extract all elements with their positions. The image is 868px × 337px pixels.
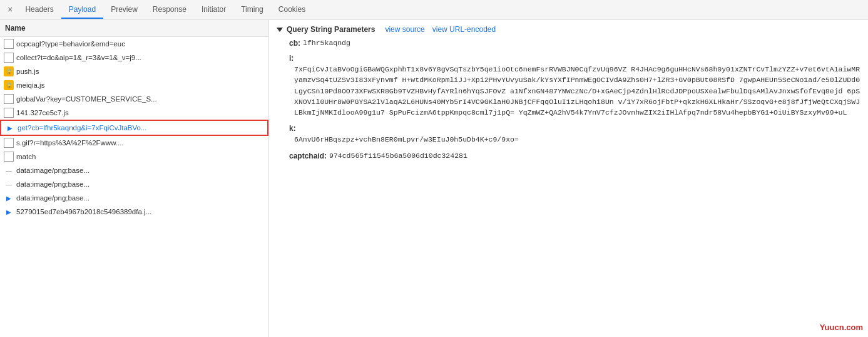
file-name: get?cb=lfhr5kaqndg&i=7xFqiCvJtaBVo... [18,124,147,132]
list-item[interactable]: ▶ data:image/png;base... [0,191,268,205]
tab-headers[interactable]: Headers [18,1,61,19]
network-icon: ▶ [4,207,14,217]
collapse-triangle-icon[interactable] [277,28,283,32]
tab-timing[interactable]: Timing [233,1,271,19]
param-key-k: k: [289,124,860,133]
main-content: Name ocpcagl?type=behavior&emd=euc colle… [0,20,868,337]
file-panel: Name ocpcagl?type=behavior&emd=euc colle… [0,20,269,337]
query-string-parameters-title: Query String Parameters [287,25,375,34]
param-value-cb: lfhr5kaqndg [303,39,350,48]
list-item-selected[interactable]: ▶ get?cb=lfhr5kaqndg&i=7xFqiCvJtaBVo... [0,120,268,136]
list-item[interactable]: ocpcagl?type=behavior&emd=euc [0,37,268,51]
param-value-i: 7xFqiCvJtaBVoOgiGBaWQGxphhT1x8v6Y8gVSqTs… [294,64,860,118]
file-name: meiqia.js [16,81,44,89]
param-cb: cb: lfhr5kaqndg [289,39,860,48]
lock-icon: 🔒 [4,66,14,76]
arrow-right-icon: ▶ [5,123,15,133]
checkbox-icon [4,152,14,162]
query-header: Query String Parameters view source view… [277,25,860,34]
checkbox-icon [4,39,14,49]
watermark: Yuucn.com [820,323,863,332]
file-name: data:image/png;base... [16,180,89,188]
tab-bar: × Headers Payload Preview Response Initi… [0,0,868,20]
list-item[interactable]: 🔒 meiqia.js [0,78,268,92]
list-item[interactable]: 141.327ce5c7.js [0,106,268,120]
list-item[interactable]: globalVar?key=CUSTOMER_SERVICE_S... [0,92,268,106]
list-item[interactable]: collect?t=dc&aip=1&_r=3&v=1&_v=j9... [0,51,268,65]
tab-response[interactable]: Response [145,1,194,19]
param-key-i: i: [289,54,860,63]
tab-preview[interactable]: Preview [103,1,145,19]
file-name: collect?t=dc&aip=1&_r=3&v=1&_v=j9... [16,54,141,61]
param-value-captchaid: 974cd565f11545b6a5006d10dc324281 [329,152,467,160]
file-name: data:image/png;base... [16,194,89,202]
file-name: match [16,153,36,160]
file-name: ocpcagl?type=behavior&emd=euc [16,40,125,48]
list-item[interactable]: 🔒 push.js [0,65,268,78]
param-i: i: 7xFqiCvJtaBVoOgiGBaWQGxphhT1x8v6Y8gVS… [289,54,860,118]
file-name: 5279015ed7eb4967b2018c5496389dfa.j... [16,208,151,215]
tab-payload[interactable]: Payload [61,1,103,19]
checkbox-icon [4,94,14,104]
file-name: push.js [16,68,39,75]
dash-icon: — [4,165,14,175]
checkbox-icon [4,53,14,63]
list-item[interactable]: s.gif?r=https%3A%2F%2Fwww.... [0,136,268,150]
arrow-right-icon: ▶ [4,193,14,203]
file-list[interactable]: ocpcagl?type=behavior&emd=euc collect?t=… [0,37,268,337]
checkbox-icon [4,108,14,118]
dash-icon: — [4,179,14,189]
list-item[interactable]: — data:image/png;base... [0,163,268,177]
view-source-link[interactable]: view source [385,25,424,34]
view-url-encoded-link[interactable]: view URL-encoded [432,25,496,34]
file-name: globalVar?key=CUSTOMER_SERVICE_S... [16,95,157,103]
param-k: k: 6AnvU6rHBqszpz+vchBn8ER0mLpvr/w3EIuJ0… [289,124,860,145]
tab-initiator[interactable]: Initiator [194,1,233,19]
close-icon[interactable]: × [3,3,18,18]
detail-panel: Query String Parameters view source view… [269,20,868,337]
list-item[interactable]: — data:image/png;base... [0,177,268,191]
param-captchaid: captchaid: 974cd565f11545b6a5006d10dc324… [289,152,860,160]
list-item[interactable]: match [0,150,268,163]
param-value-k: 6AnvU6rHBqszpz+vchBn8ER0mLpvr/w3EIuJ0h5u… [294,134,860,145]
file-panel-header: Name [0,20,268,37]
file-name: data:image/png;base... [16,167,89,174]
tab-cookies[interactable]: Cookies [271,1,313,19]
file-name: s.gif?r=https%3A%2F%2Fwww.... [16,139,124,147]
checkbox-icon [4,138,14,148]
param-key-captchaid: captchaid: [289,152,327,160]
param-key-cb: cb: [289,39,300,48]
file-name: 141.327ce5c7.js [16,109,69,117]
query-section: Query String Parameters view source view… [269,20,868,337]
list-item[interactable]: ▶ 5279015ed7eb4967b2018c5496389dfa.j... [0,205,268,219]
lock-icon: 🔒 [4,80,14,90]
